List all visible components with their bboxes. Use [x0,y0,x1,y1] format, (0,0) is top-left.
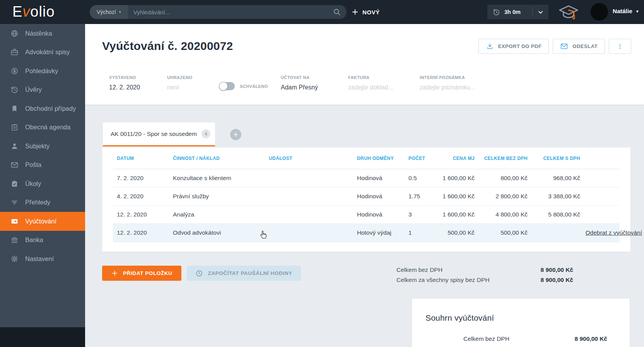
page-title: Vyúčtování č. 20200072 [102,40,233,53]
paid-field: UHRAZENO není [167,75,193,91]
envelope-icon [10,161,19,169]
add-item-button[interactable]: PŘIDAT POLOŽKU [102,266,181,281]
sidebar-item-posta[interactable]: Pošta [0,156,85,175]
bill-to-value[interactable]: Adam Přesný [281,84,318,91]
dollar-circle-icon [10,67,19,75]
col-header-celkem-bez-dph[interactable]: CELKEM BEZ DPH [475,156,528,161]
approved-label: SCHVÁLENO [240,84,268,89]
sidebar-item-nastenka[interactable]: Nástěnka [0,24,85,43]
export-pdf-button[interactable]: EXPORT DO PDF [478,39,549,54]
paid-value[interactable]: není [167,84,193,91]
plus-icon [351,8,359,16]
col-header-cena-mj[interactable]: CENA MJ [429,156,475,161]
history-clock-icon [10,86,19,94]
add-case-tab-button[interactable] [230,129,241,140]
timer-clock-icon [492,8,501,16]
filter-lines-icon [10,198,19,206]
toggle-knob [219,82,228,91]
invoice-input[interactable]: zadejte doklad... [348,84,393,91]
clock-icon [195,270,203,277]
sidebar-item-pohledavky[interactable]: Pohledávky [0,62,85,81]
billing-card-icon [10,217,19,225]
sidebar-footer [0,327,85,347]
sidebar-item-obecna-agenda[interactable]: Obecná agenda [0,118,85,137]
issued-field: VYSTAVENO 12. 2. 2020 [109,75,140,91]
sidebar-item-banka[interactable]: Banka [0,231,85,250]
table-header-row: DATUM ČINNOST / NÁKLAD UDÁLOST DRUH ODMĚ… [113,148,620,169]
gear-icon [10,255,19,263]
case-tab-count-badge: 4 [202,129,210,138]
send-button[interactable]: ODESLAT [553,39,605,54]
top-bar: Evolio Výchozí ▼ NOVÝ 3h 0m [0,0,644,24]
chevron-down-icon [537,9,544,15]
timer-button[interactable]: 3h 0m [487,8,532,16]
plus-icon [111,270,118,277]
col-header-druh-odmeny[interactable]: DRUH ODMĚNY [353,156,405,161]
search-scope-label: Výchozí [97,9,116,15]
table-row[interactable]: 4. 2. 2020 Právní služby Hodinová 1.75 1… [113,187,620,206]
billing-items-card: DATUM ČINNOST / NÁKLAD UDÁLOST DRUH ODMĚ… [102,148,630,252]
clipboard-icon [10,123,19,131]
sidebar-item-uvery[interactable]: Úvěry [0,81,85,100]
case-tab-label: AK 0011/20 - Spor se sousedem [111,131,197,137]
note-field: INTERNÍ POZNÁMKA zadejte poznámku... [420,75,475,91]
col-header-celkem-s-dph[interactable]: CELKEM S DPH [528,156,620,161]
plus-icon [233,132,239,137]
user-avatar[interactable] [591,3,608,21]
bill-to-field: ÚČTOVAT NA Adam Přesný [281,75,318,91]
download-icon [486,42,494,50]
issued-value[interactable]: 12. 2. 2020 [109,84,140,91]
sidebar-item-nastaveni[interactable]: Nastavení [0,249,85,268]
remove-from-billing-link[interactable]: Odebrat z vyúčtování [586,229,642,236]
table-row-hovered[interactable]: 12. 2. 2020 Odvod advokátovi Hotový výda… [113,224,620,242]
total-all-files-row: Celkem za všechny spisy bez DPH 8 900,00… [396,275,573,285]
user-menu[interactable]: Natálie ▼ [613,8,639,15]
page-header: Vyúčtování č. 20200072 EXPORT DO PDF ODE… [85,24,644,105]
global-search: Výchozí ▼ [90,5,347,19]
person-icon [10,142,19,150]
new-button[interactable]: NOVÝ [351,6,380,18]
col-header-pocet[interactable]: POČET [405,156,429,161]
table-row[interactable]: 7. 2. 2020 Konzultace s klientem Hodinov… [113,169,620,187]
billing-summary-card: Souhrn vyúčtování Celkem bez DPH 8 900,0… [412,299,630,347]
sidebar-item-vyuctovani[interactable]: Vyúčtování [0,212,85,231]
case-tab-active[interactable]: AK 0011/20 - Spor se sousedem 4 [103,122,215,146]
briefcase-icon [10,48,19,56]
timer-value: 3h 0m [504,9,521,15]
sidebar-item-prehledy[interactable]: Přehledy [0,193,85,212]
approved-toggle-group: SCHVÁLENO [219,82,268,90]
chevron-down-icon: ▼ [118,10,122,14]
dots-vertical-icon [617,43,624,50]
count-flat-hours-button[interactable]: ZAPOČÍTAT PAUŠÁLNÍ HODINY [187,266,301,281]
approved-toggle[interactable] [219,82,235,90]
summary-title: Souhrn vyúčtování [412,299,630,323]
header-actions: EXPORT DO PDF ODESLAT [478,39,631,54]
bank-icon [10,236,19,244]
summary-total-row: Celkem bez DPH 8 900,00 Kč [463,335,607,342]
search-icon[interactable] [333,8,341,16]
col-header-udalost[interactable]: UDÁLOST [265,156,353,161]
globe-icon [10,29,19,38]
total-excl-vat-row: Celkem bez DPH 8 900,00 Kč [396,265,573,275]
more-options-button[interactable] [609,39,631,54]
col-header-datum[interactable]: DATUM [113,156,169,161]
sidebar-item-ukoly[interactable]: Úkoly [0,174,85,193]
sidebar-item-subjekty[interactable]: Subjekty [0,137,85,156]
evolio-logo[interactable]: Evolio [12,3,55,20]
tasks-check-icon [10,180,19,188]
table-row[interactable]: 12. 2. 2020 Analýza Hodinová 3 1 600,00 … [113,206,620,224]
sidebar-nav: Nástěnka Advokátní spisy Pohledávky Úvěr… [0,24,85,327]
invoice-field: FAKTURA zadejte doklad... [348,75,393,91]
tutorial-graduation-cap-icon[interactable] [558,3,579,21]
note-input[interactable]: zadejte poznámku... [420,84,475,91]
col-header-cinnost[interactable]: ČINNOST / NÁKLAD [169,156,265,161]
search-input[interactable] [128,9,333,15]
sidebar-item-advokatni-spisy[interactable]: Advokátní spisy [0,43,85,62]
totals-block: Celkem bez DPH 8 900,00 Kč Celkem za vše… [396,265,573,285]
chevron-down-icon: ▼ [635,9,639,14]
sidebar-item-obchodni-pripady[interactable]: Obchodní případy [0,99,85,118]
bookmark-icon [10,105,19,113]
search-scope-dropdown[interactable]: Výchozí ▼ [90,5,128,19]
mail-icon [560,42,568,50]
timer-dropdown-button[interactable] [533,9,548,15]
